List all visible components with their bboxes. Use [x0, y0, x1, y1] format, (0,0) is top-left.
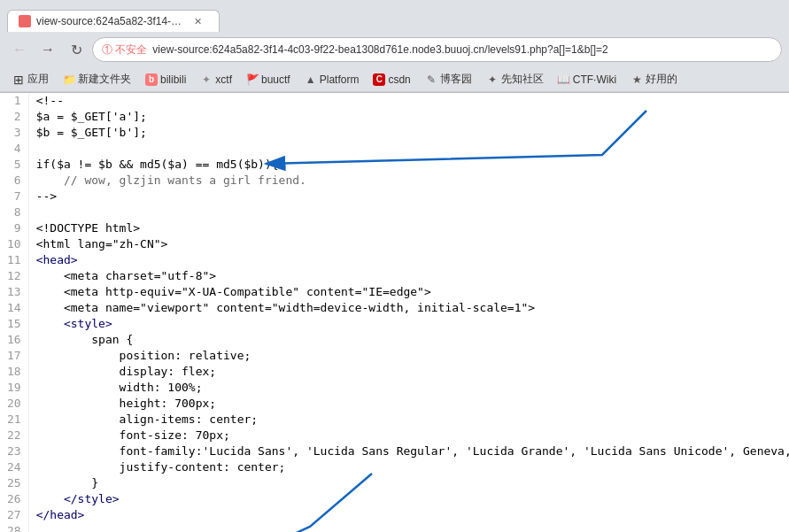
- code-line: width: 100%;: [36, 380, 782, 396]
- bilibili-icon: b: [145, 73, 158, 86]
- line-number: 21: [7, 412, 21, 428]
- bookmark-buuctf[interactable]: 🚩 buuctf: [241, 72, 296, 88]
- code-line: <style>: [36, 316, 782, 332]
- code-line: </style>: [36, 491, 782, 507]
- bookmark-haoyongde[interactable]: ★ 好用的: [625, 70, 683, 89]
- code-line: span {: [36, 332, 782, 348]
- code-line: [36, 204, 782, 220]
- line-number: 26: [7, 491, 21, 507]
- code-view: 1234567891011121314151617181920212223242…: [0, 93, 789, 532]
- line-numbers: 1234567891011121314151617181920212223242…: [0, 93, 29, 532]
- toolbar: ← → ↻ ① 不安全 view-source:624a5a82-3f14-4c…: [0, 32, 789, 67]
- bookmark-new-folder-label: 新建文件夹: [78, 72, 131, 87]
- line-number: 12: [7, 268, 21, 284]
- code-line: [36, 523, 782, 532]
- address-text: view-source:624a5a82-3f14-4c03-9f22-bea1…: [152, 43, 607, 56]
- bookmark-new-folder[interactable]: 📁 新建文件夹: [58, 70, 136, 89]
- code-line: <!--: [36, 93, 782, 109]
- line-number: 14: [7, 300, 21, 316]
- xianzi-icon: ✦: [486, 73, 499, 86]
- line-number: 7: [7, 189, 21, 204]
- code-line: font-size: 70px;: [36, 428, 782, 443]
- bookmark-haoyongde-label: 好用的: [646, 72, 677, 87]
- bookmark-ctfwiki-label: CTF·Wiki: [573, 73, 616, 86]
- line-number: 27: [7, 507, 21, 523]
- line-number: 23: [7, 443, 21, 459]
- line-number: 24: [7, 459, 21, 475]
- code-line: <head>: [36, 252, 782, 268]
- line-number: 5: [7, 157, 21, 173]
- line-number: 6: [7, 173, 21, 189]
- bookmark-xctf[interactable]: ✦ xctf: [195, 72, 237, 88]
- new-folder-icon: 📁: [63, 73, 75, 86]
- line-number: 16: [7, 332, 21, 348]
- bookmarks-bar: ⊞ 应用 📁 新建文件夹 b bilibili ✦ xctf 🚩 buuctf …: [0, 67, 789, 92]
- code-line: </head>: [36, 507, 782, 523]
- bookmark-xctf-label: xctf: [215, 73, 232, 86]
- code-line: display: flex;: [36, 364, 782, 380]
- back-button[interactable]: ←: [7, 37, 32, 62]
- line-number: 1: [7, 93, 21, 109]
- code-line: position: relative;: [36, 348, 782, 364]
- apps-icon: ⊞: [12, 73, 25, 86]
- line-number: 13: [7, 284, 21, 300]
- line-number: 2: [7, 109, 21, 125]
- buuctf-icon: 🚩: [246, 73, 259, 86]
- code-line: <meta http-equiv="X-UA-Compatible" conte…: [36, 284, 782, 300]
- line-number: 28: [7, 523, 21, 532]
- bookmark-bilibili-label: bilibili: [160, 73, 186, 86]
- line-number: 20: [7, 396, 21, 412]
- code-line: -->: [36, 189, 782, 204]
- bookmark-blog-label: 博客园: [440, 72, 472, 87]
- csdn-icon: C: [373, 73, 385, 86]
- bookmark-blog[interactable]: ✎ 博客园: [420, 70, 477, 89]
- bookmark-csdn-label: csdn: [388, 73, 410, 86]
- bookmark-buuctf-label: buuctf: [261, 73, 290, 86]
- haoyongde-icon: ★: [630, 73, 643, 86]
- address-bar[interactable]: ① 不安全 view-source:624a5a82-3f14-4c03-9f2…: [92, 37, 782, 62]
- line-number: 17: [7, 348, 21, 364]
- code-line: <!DOCTYPE html>: [36, 220, 782, 236]
- line-number: 22: [7, 428, 21, 443]
- bookmark-apps-label: 应用: [27, 72, 49, 87]
- bookmark-xianzi-label: 先知社区: [501, 72, 544, 87]
- forward-button[interactable]: →: [35, 37, 60, 62]
- code-line: [36, 141, 782, 157]
- line-number: 25: [7, 475, 21, 491]
- code-line: $a = $_GET['a'];: [36, 109, 782, 125]
- ctfwiki-icon: 📖: [558, 73, 570, 86]
- tab-favicon: [19, 15, 31, 27]
- xctf-icon: ✦: [200, 73, 213, 86]
- code-line: <meta name="viewport" content="width=dev…: [36, 300, 782, 316]
- tab-bar: view-source:624a5a82-3f14-4c03-9f22-bea1…: [0, 0, 789, 32]
- bookmark-ctfwiki[interactable]: 📖 CTF·Wiki: [553, 72, 622, 88]
- code-line: <meta charset="utf-8">: [36, 268, 782, 284]
- tab-title: view-source:624a5a82-3f14-4c03-9f22-bea1…: [36, 15, 185, 27]
- bookmark-platform[interactable]: ▲ Platform: [299, 72, 365, 88]
- code-line: font-family:'Lucida Sans', 'Lucida Sans …: [36, 443, 782, 459]
- platform-icon: ▲: [305, 73, 317, 86]
- line-number: 3: [7, 125, 21, 141]
- reload-button[interactable]: ↻: [64, 37, 89, 62]
- code-line: }: [36, 475, 782, 491]
- browser-chrome: view-source:624a5a82-3f14-4c03-9f22-bea1…: [0, 0, 789, 93]
- code-line: align-items: center;: [36, 412, 782, 428]
- insecure-icon: ① 不安全: [102, 42, 147, 58]
- line-number: 9: [7, 220, 21, 236]
- bookmark-xianzi[interactable]: ✦ 先知社区: [481, 70, 549, 89]
- line-number: 19: [7, 380, 21, 396]
- code-line: // wow, glzjin wants a girl friend.: [36, 173, 782, 189]
- code-line: if($a != $b && md5($a) == md5($b)){: [36, 157, 782, 173]
- tab-close-button[interactable]: ✕: [190, 14, 205, 28]
- line-number: 8: [7, 204, 21, 220]
- bookmark-csdn[interactable]: C csdn: [367, 72, 415, 88]
- code-line: $b = $_GET['b'];: [36, 125, 782, 141]
- blog-icon: ✎: [425, 73, 437, 86]
- bookmark-platform-label: Platform: [320, 73, 360, 86]
- bookmark-bilibili[interactable]: b bilibili: [140, 72, 191, 88]
- active-tab[interactable]: view-source:624a5a82-3f14-4c03-9f22-bea1…: [7, 10, 220, 32]
- bookmark-apps[interactable]: ⊞ 应用: [7, 70, 54, 89]
- code-content: <!--$a = $_GET['a'];$b = $_GET['b']; if(…: [29, 93, 789, 532]
- line-number: 15: [7, 316, 21, 332]
- line-number: 11: [7, 252, 21, 268]
